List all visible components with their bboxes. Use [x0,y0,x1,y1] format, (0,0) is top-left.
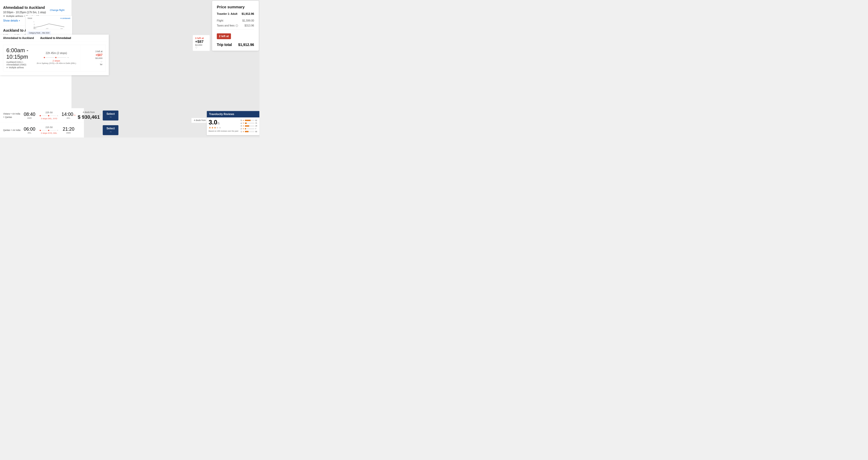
bar-bg [245,128,254,129]
traveler-price: $1,912.96 [242,12,254,17]
tr-stars: ★ ★ ★ ★ ★ [209,126,238,129]
ar-depart-2: 06:00 [22,126,37,132]
star-sm-icon: ★ [243,122,244,124]
ar-line-4 [50,130,56,130]
airline-name-2: Qantas + Air India [3,129,22,132]
select-button-2[interactable]: Select → [103,125,118,135]
heart-icon-badge[interactable]: ♡ [195,46,197,50]
ar-stops-text-2: 2 stops SYD, DEL [41,132,57,134]
big-stops-cities: 2h in Sydney (SYD) • 2h 40m in Delhi (DE… [37,62,76,64]
bar-fill [245,125,249,127]
bar-row-4: 4 ★ 11 [240,122,257,124]
big-duration: 22h 45m (2 stops) [46,52,67,55]
bar-fill [245,120,250,121]
price-summary-panel: Price summary Traveler 1: Adult $1,912.9… [212,1,258,51]
big-flight-row: 6:00am - 10:15pm Auckland (AKL) - Ahmeda… [3,45,106,71]
sw-chart-area: MAR APR MAY 9 10 11 12 [28,21,70,30]
ar-dot-2 [48,115,50,117]
trip-total-price: $1,912.96 [238,42,254,47]
star-icon: ★ [209,126,211,129]
taxes-price: $313.96 [245,24,254,27]
ar-price-section-1: 4 deals from $ 930,461 ♡ [76,111,101,120]
big-price-extra: +$87 [95,53,102,57]
bar-row-2: 2 ★ 7 [240,128,257,130]
bfr-price-col: 3 left at +$87 $2,000 ♡ ler [81,45,106,71]
deals-from-overlay: 4 deals from [191,118,209,123]
taxes-info-icon[interactable]: i [236,25,238,27]
table-row: Qantas + Air India 06:00 AKL 21h 50 → 2 … [0,123,84,138]
star-sm-icon: ★ [243,131,244,133]
big-depart-time: 6:00am - 10:15pm [6,47,29,60]
ar-stops-text-1: 2 stops DEL, SYD [41,118,57,120]
big-origin: Auckland (AKL) - Ahmedabad (AMD) [6,61,29,66]
star-sm-icon: ★ [243,125,244,127]
tr-score-denom: /5 [217,122,220,125]
left-at-seats: 3 left at [195,37,207,39]
bar-bg [245,125,254,127]
heart-icon[interactable]: ♡ [100,61,102,63]
bfr-left: 6:00am - 10:15pm Auckland (AKL) - Ahmeda… [3,45,32,71]
ar-line-3 [41,130,48,130]
star-icon: ★ [211,126,214,129]
tr-score-section: 3.0/5 ★ ★ ★ ★ ★ Based on 169 reviews ove… [209,119,238,133]
airline-rows-section: Vistara + Air India + Qantas 08:40 AMD 2… [0,108,84,138]
ar-depart-code-2: AKL [22,132,37,134]
left-at-plus: +$87 [195,39,207,44]
ar-dot-4 [48,130,50,131]
left-at-strikethrough: $2,000 [195,44,207,46]
popup-tab-return[interactable]: Auckland to Ahmedabad [37,35,74,41]
sw-category-badge: Category Rank – Mar 2024 [28,31,51,35]
plane-icon: ✈ [3,15,5,18]
arrow-icon: → [67,56,69,59]
change-flight-link[interactable]: Change flight [50,8,64,11]
ar-depart-code-1: AMD [22,117,37,119]
ar-duration-1: 22h 50 [45,111,53,114]
tr-score-num: 3.0 [209,119,217,126]
big-airline: ✈ Multiple airlines [6,66,29,69]
flight-price: $1,599.00 [243,19,254,22]
airline-name-1: Vistara + Air India + Qantas [3,112,22,119]
star-sm-icon: ★ [243,128,244,130]
ar-arrive-code-2: AMD [61,132,76,134]
stop-dot-1 [44,57,45,58]
svg-text:9: 9 [33,21,34,23]
bar-row-1: 1 ★ 60 [240,130,257,132]
taxes-row: Taxes and fees i $313.96 [217,24,254,27]
bar-row-3: 3 ★ 29 [240,125,257,127]
ar-line-2 [50,116,56,116]
bar-fill [245,123,247,124]
main-container: Ahmedabad to Auckland 10:50pm - 10:25pm … [0,0,259,138]
traveler-label: Traveler 1: Adult [217,12,237,15]
star-icon-empty: ★ [219,126,221,129]
stop-dot-2 [55,57,57,58]
big-deals-label: 3 left at [95,51,102,53]
popup-tab-outbound[interactable]: Ahmedabad to Auckland [0,35,37,41]
svg-text:10: 10 [33,24,35,25]
travelocity-review-panel: Travelocity Reviews 3.0/5 ★ ★ ★ ★ ★ Base… [207,111,259,135]
big-total-price: $2,000 [95,57,102,59]
big-ler-label: ler [100,63,102,66]
ar-middle-2: 21h 50 → 2 stops SYD, DEL [37,126,61,135]
popup-header: Ahmedabad to Auckland Auckland to Ahmeda… [0,35,109,41]
popup-body: 6:00am - 10:15pm Auckland (AKL) - Ahmeda… [0,41,109,75]
left-at-badge: 3 left at +$87 $2,000 ♡ [193,35,210,51]
sw-header: RANK ≋ similarweb [28,18,70,20]
seats-badge: 2 left at [217,33,231,39]
svg-text:APR: APR [46,28,49,29]
stop-line [45,57,55,58]
ar-dot-1 [39,115,41,117]
trip-total-label: Trip total [217,42,232,47]
ar-stops-line-2: → [39,129,58,131]
ar-deals-label-1: 4 deals from [76,111,101,114]
ar-arrive-2: 21:20 [61,126,76,132]
tr-note: Based on 169 reviews over the past [209,130,238,132]
star-icon-empty: ★ [216,126,219,129]
taxes-label: Taxes and fees i [217,24,238,27]
select-button-1[interactable]: Select → [103,110,118,120]
show-details-outbound[interactable]: Show details ▾ [3,19,20,22]
svg-text:12: 12 [33,28,35,29]
ar-arrive-code-1: AKL [61,117,76,119]
svg-text:11: 11 [33,26,35,27]
flight-label: Flight [217,19,223,22]
ar-stops-line-1: → [39,114,58,117]
